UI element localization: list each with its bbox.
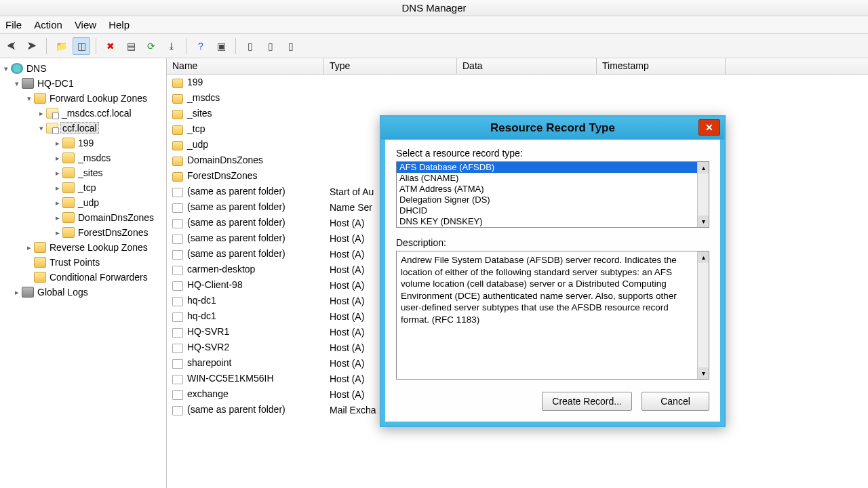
record-icon	[172, 390, 183, 400]
folder-icon	[34, 93, 46, 104]
refresh-button[interactable]: ⟳	[142, 37, 160, 55]
tree-view[interactable]: ▾ DNS ▾ HQ-DC1 ▾ Forward Lookup Zones ▸ …	[0, 58, 167, 488]
col-timestamp[interactable]: Timestamp	[597, 58, 726, 74]
tree-sub-udp[interactable]: ▸ _udp	[0, 195, 166, 210]
tree-reverse-lookup-zones[interactable]: ▸ Reverse Lookup Zones	[0, 240, 166, 255]
zone-icon	[46, 123, 58, 134]
record-type-option[interactable]: DHCID	[397, 205, 697, 216]
description-text: Andrew File System Database (AFSDB) serv…	[397, 251, 697, 379]
tree-sub-forestdnszones[interactable]: ▸ ForestDnsZones	[0, 225, 166, 240]
list-row[interactable]: _msdcs	[167, 90, 868, 106]
row-name: (same as parent folder)	[187, 404, 285, 415]
description-scrollbar[interactable]: ▴ ▾	[697, 251, 709, 379]
tree-root-dns[interactable]: ▾ DNS	[0, 61, 166, 76]
folder-icon	[172, 94, 183, 104]
tool-button[interactable]: ▯	[262, 37, 279, 55]
list-row[interactable]: 199	[167, 75, 868, 90]
forward-button[interactable]: ⮞	[23, 37, 41, 55]
delete-button[interactable]: ✖	[102, 37, 119, 55]
record-icon	[172, 219, 183, 228]
record-type-option[interactable]: DNS KEY (DNSKEY)	[397, 216, 697, 227]
record-icon	[172, 203, 183, 213]
menu-action[interactable]: Action	[34, 19, 62, 30]
tree-sub-msdcs[interactable]: ▸ _msdcs	[0, 150, 166, 165]
row-name: 199	[187, 77, 203, 87]
list-header: Name Type Data Timestamp	[167, 58, 868, 75]
record-icon	[172, 281, 183, 291]
help-button[interactable]: ?	[192, 37, 210, 55]
dialog-titlebar[interactable]: Resource Record Type ✕	[381, 117, 724, 140]
col-data[interactable]: Data	[457, 58, 597, 74]
logs-icon	[22, 287, 34, 298]
row-name: (same as parent folder)	[187, 232, 285, 243]
record-icon	[172, 312, 183, 322]
tree-zone-ccf-local[interactable]: ▾ ccf.local	[0, 121, 166, 136]
folder-icon	[172, 79, 183, 88]
row-name: hq-dc1	[187, 295, 216, 306]
row-name: (same as parent folder)	[187, 248, 285, 259]
tree-server[interactable]: ▾ HQ-DC1	[0, 76, 166, 91]
window-titlebar: DNS Manager	[0, 0, 868, 16]
tool-button[interactable]: ▣	[212, 37, 230, 55]
create-record-button[interactable]: Create Record...	[542, 392, 632, 411]
record-type-option[interactable]: AFS Database (AFSDB)	[397, 162, 697, 173]
toolbar-separator	[186, 38, 186, 54]
folder-icon	[172, 125, 183, 135]
toolbar-separator	[46, 38, 47, 54]
properties-button[interactable]: ▤	[122, 37, 140, 55]
menu-file[interactable]: File	[5, 19, 22, 30]
record-type-listbox[interactable]: AFS Database (AFSDB)Alias (CNAME)ATM Add…	[396, 161, 709, 228]
tree-conditional-forwarders[interactable]: Conditional Forwarders	[0, 270, 166, 285]
scroll-down-icon[interactable]: ▾	[698, 367, 709, 379]
menu-view[interactable]: View	[75, 19, 96, 30]
export-button[interactable]: ⤓	[163, 37, 180, 55]
cancel-button[interactable]: Cancel	[642, 392, 709, 411]
record-icon	[172, 188, 183, 197]
folder-icon	[172, 157, 183, 166]
tree-zone-msdcs-ccf[interactable]: ▸ _msdcs.ccf.local	[0, 106, 166, 121]
tree-sub-tcp[interactable]: ▸ _tcp	[0, 180, 166, 195]
row-name: HQ-SVR1	[187, 326, 229, 337]
row-name: HQ-Client-98	[187, 279, 243, 290]
col-type[interactable]: Type	[324, 58, 457, 74]
record-icon	[172, 359, 183, 369]
tree-forward-lookup-zones[interactable]: ▾ Forward Lookup Zones	[0, 91, 166, 106]
menu-help[interactable]: Help	[108, 19, 130, 30]
row-name: HQ-SVR2	[187, 342, 229, 352]
toolbar: ⮜ ⮞ 📁 ◫ ✖ ▤ ⟳ ⤓ ? ▣ ▯ ▯ ▯	[0, 34, 868, 58]
col-name[interactable]: Name	[167, 58, 324, 74]
menubar: File Action View Help	[0, 16, 868, 34]
record-icon	[172, 235, 183, 244]
folder-icon	[62, 152, 75, 163]
record-icon	[172, 250, 183, 260]
scroll-down-icon[interactable]: ▾	[698, 216, 709, 227]
window-title: DNS Manager	[401, 2, 466, 14]
row-name: carmen-desktop	[187, 264, 255, 274]
tree-sub-sites[interactable]: ▸ _sites	[0, 165, 166, 180]
scroll-up-icon[interactable]: ▴	[698, 162, 709, 174]
tree-sub-199[interactable]: ▸ 199	[0, 136, 166, 150]
dialog-close-button[interactable]: ✕	[698, 119, 720, 136]
up-button[interactable]: 📁	[52, 37, 70, 55]
tool-button[interactable]: ▯	[241, 37, 259, 55]
row-name: _msdcs	[187, 92, 220, 103]
folder-icon	[62, 212, 75, 223]
record-icon	[172, 406, 183, 415]
show-hide-tree-button[interactable]: ◫	[73, 37, 90, 55]
record-type-option[interactable]: ATM Address (ATMA)	[397, 184, 697, 195]
back-button[interactable]: ⮜	[3, 37, 20, 55]
tool-button[interactable]: ▯	[282, 37, 300, 55]
record-type-option[interactable]: Delegation Signer (DS)	[397, 195, 697, 205]
folder-icon	[62, 167, 75, 178]
folder-icon	[172, 141, 183, 150]
record-type-option[interactable]: Alias (CNAME)	[397, 173, 697, 184]
listbox-scrollbar[interactable]: ▴ ▾	[697, 162, 709, 227]
folder-icon	[172, 172, 183, 182]
row-name: ForestDnsZones	[187, 170, 257, 181]
tree-sub-domaindnszones[interactable]: ▸ DomainDnsZones	[0, 210, 166, 225]
scroll-up-icon[interactable]: ▴	[698, 251, 709, 263]
tree-global-logs[interactable]: ▸ Global Logs	[0, 285, 166, 300]
folder-icon	[172, 110, 183, 119]
folder-icon	[34, 272, 46, 283]
tree-trust-points[interactable]: Trust Points	[0, 255, 166, 270]
